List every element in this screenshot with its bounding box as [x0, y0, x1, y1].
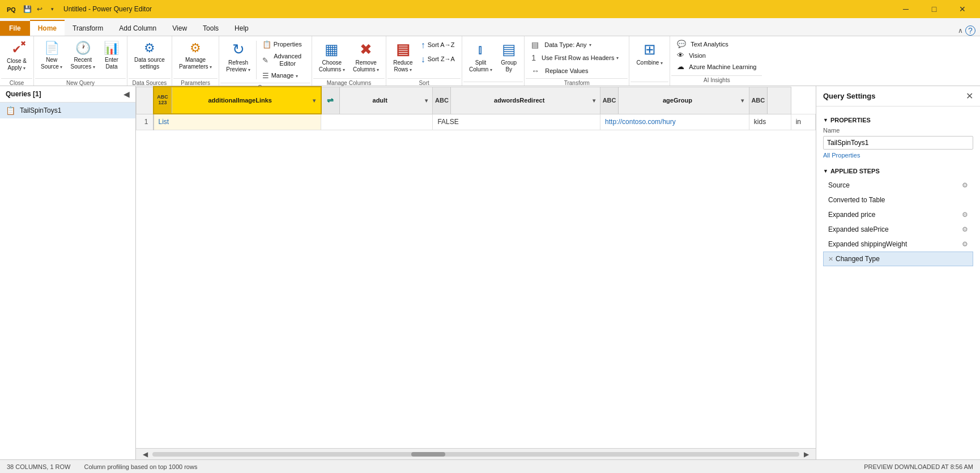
sort-asc-button[interactable]: ↑ Sort A→Z	[417, 39, 458, 52]
save-quick-btn[interactable]: 💾	[22, 3, 33, 15]
close-apply-icon: ✔ ✖	[12, 41, 22, 57]
refresh-preview-button[interactable]: ↻ RefreshPreview ▾	[223, 39, 253, 77]
col-filter-adult[interactable]: ▾	[420, 87, 432, 114]
settings-panel-close-btn[interactable]: ✕	[966, 91, 973, 101]
new-source-icon: 📄	[44, 41, 59, 56]
scroll-track[interactable]	[152, 452, 799, 457]
queries-panel: Queries [1] ◀ 📋 TailSpinToys1	[0, 86, 136, 459]
split-column-button[interactable]: ⫾ SplitColumn ▾	[466, 39, 496, 77]
ribbon-tabs: File Home Transform Add Column View Tool…	[0, 18, 980, 36]
col-header-inner-adult: ⇌ adult ▾	[322, 87, 433, 114]
step-changed-type[interactable]: ✕ Changed Type	[823, 252, 973, 266]
step-source[interactable]: Source ⚙	[823, 178, 973, 193]
group-by-label: GroupBy	[501, 59, 517, 73]
grid-container[interactable]: ABC123 additionalImageLinks ▾ ⇌ adult	[136, 86, 816, 448]
replace-values-button[interactable]: Replace Values	[542, 66, 591, 75]
sort-desc-button[interactable]: ↓ Sort Z→A	[417, 53, 458, 66]
scroll-right-btn[interactable]: ▶	[802, 450, 811, 458]
query-item-label: TailSpinToys1	[20, 106, 61, 114]
svg-text:PQ: PQ	[7, 6, 15, 13]
recent-sources-button[interactable]: 🕐 RecentSources ▾	[67, 39, 98, 77]
query-small-buttons: 📋 Properties ✎ Advanced Editor ☰ Manage …	[259, 39, 308, 82]
azure-ml-button[interactable]: ☁ Azure Machine Learning	[674, 61, 760, 72]
tab-file[interactable]: File	[0, 21, 30, 36]
col-type-icon-adwordsRedirect[interactable]: ABC	[433, 87, 451, 114]
step-changed-type-delete[interactable]: ✕	[828, 255, 833, 263]
combine-button[interactable]: ⊞ Combine ▾	[633, 39, 666, 77]
step-expanded-shipping-weight-gear[interactable]: ⚙	[962, 240, 968, 248]
choose-columns-label: ChooseColumns ▾	[319, 59, 345, 73]
ribbon-group-new-query-content: 📄 NewSource ▾ 🕐 RecentSources ▾ 📊 EnterD…	[35, 39, 126, 77]
scroll-thumb[interactable]	[411, 452, 445, 457]
step-source-gear[interactable]: ⚙	[962, 181, 968, 189]
tab-view[interactable]: View	[164, 21, 195, 36]
new-source-button[interactable]: 📄 NewSource ▾	[37, 39, 66, 77]
step-source-label: Source	[828, 181, 962, 189]
col-header-inner-adwordsRedirect: ABC adwordsRedirect ▾	[433, 87, 600, 114]
cell-more-1: in	[791, 114, 815, 130]
step-expanded-sale-price-label: Expanded salePrice	[828, 225, 962, 233]
use-first-row-button[interactable]: Use First Row as Headers ▾	[538, 53, 622, 62]
maximize-btn[interactable]: □	[921, 0, 947, 18]
enter-data-label: EnterData	[105, 57, 118, 70]
col-type-icon-adult[interactable]: ⇌	[322, 87, 340, 114]
recent-sources-icon: 🕐	[75, 41, 91, 56]
all-properties-link[interactable]: All Properties	[823, 152, 973, 159]
tab-add-column[interactable]: Add Column	[111, 21, 164, 36]
reduce-rows-button[interactable]: ▤ ReduceRows ▾	[390, 39, 416, 77]
text-analytics-button[interactable]: 💬 Text Analytics	[674, 39, 760, 49]
name-field-input[interactable]	[823, 136, 973, 150]
quick-access-toolbar: 💾 ↩ ▾	[19, 3, 60, 15]
dropdown-quick-btn[interactable]: ▾	[46, 3, 58, 15]
data-type-button[interactable]: Data Type: Any ▾	[541, 40, 594, 49]
step-converted-to-table[interactable]: Converted to Table	[823, 193, 973, 207]
queries-collapse-btn[interactable]: ◀	[123, 90, 130, 99]
tab-home[interactable]: Home	[30, 20, 65, 36]
scroll-left-btn[interactable]: ◀	[140, 450, 150, 458]
step-expanded-price[interactable]: Expanded price ⚙	[823, 207, 973, 222]
undo-quick-btn[interactable]: ↩	[34, 3, 45, 15]
manage-button[interactable]: ☰ Manage ▾	[259, 70, 308, 82]
window-title: Untitled - Power Query Editor	[63, 5, 152, 13]
close-apply-button[interactable]: ✔ ✖ Close &Apply ▾	[3, 39, 30, 77]
tab-transform[interactable]: Transform	[65, 21, 111, 36]
remove-columns-button[interactable]: ✖ RemoveColumns ▾	[350, 39, 382, 77]
col-type-icon-ageGroup[interactable]: ABC	[600, 87, 619, 114]
tab-help[interactable]: Help	[227, 21, 257, 36]
ribbon-collapse-btn[interactable]: ∧	[958, 27, 963, 35]
tab-tools[interactable]: Tools	[195, 21, 227, 36]
table-row: 1 List FALSE http://contoso.com/hury kid…	[137, 114, 816, 130]
title-bar: PQ 💾 ↩ ▾ Untitled - Power Query Editor ─…	[0, 0, 980, 18]
step-expanded-price-gear[interactable]: ⚙	[962, 211, 968, 219]
col-filter-ageGroup[interactable]: ▾	[736, 87, 749, 114]
advanced-editor-button[interactable]: ✎ Advanced Editor	[259, 51, 308, 69]
enter-data-button[interactable]: 📊 EnterData	[100, 39, 123, 77]
query-item-tailspintoys1[interactable]: 📋 TailSpinToys1	[0, 103, 135, 118]
step-expanded-shipping-weight[interactable]: Expanded shippingWeight ⚙	[823, 237, 973, 252]
split-column-label: SplitColumn ▾	[469, 59, 492, 73]
vision-button[interactable]: 👁 Vision	[674, 50, 760, 61]
ribbon-group-query: ↻ RefreshPreview ▾ 📋 Properties ✎ Advanc…	[219, 36, 312, 86]
group-by-button[interactable]: ▤ GroupBy	[497, 39, 521, 77]
ribbon-group-parameters: ⚙ ManageParameters ▾ Parameters	[172, 36, 219, 86]
col-type-icon-additionalImageLinks[interactable]: ABC123	[154, 87, 172, 113]
properties-button[interactable]: 📋 Properties	[259, 39, 308, 50]
sort-asc-label: Sort A→Z	[428, 41, 455, 49]
cell-additionalImageLinks-1[interactable]: List	[154, 114, 321, 130]
step-expanded-sale-price-gear[interactable]: ⚙	[962, 225, 968, 233]
ribbon-group-manage-columns-content: ▦ ChooseColumns ▾ ✖ RemoveColumns ▾	[313, 39, 385, 77]
data-source-settings-icon: ⚙	[144, 41, 155, 56]
main-content: Queries [1] ◀ 📋 TailSpinToys1 ABC12	[0, 86, 980, 459]
minimize-btn[interactable]: ─	[893, 0, 919, 18]
help-btn[interactable]: ?	[965, 25, 975, 36]
col-name-adult: adult	[340, 97, 420, 104]
horizontal-scrollbar: ◀ ▶	[136, 448, 816, 459]
col-filter-additionalImageLinks[interactable]: ▾	[308, 87, 321, 113]
close-btn[interactable]: ✕	[949, 0, 975, 18]
ribbon-group-split-group: ⫾ SplitColumn ▾ ▤ GroupBy	[462, 36, 525, 86]
step-expanded-sale-price[interactable]: Expanded salePrice ⚙	[823, 222, 973, 237]
data-source-settings-button[interactable]: ⚙ Data sourcesettings	[131, 39, 168, 77]
col-filter-adwordsRedirect[interactable]: ▾	[587, 87, 600, 114]
choose-columns-button[interactable]: ▦ ChooseColumns ▾	[316, 39, 348, 77]
manage-parameters-button[interactable]: ⚙ ManageParameters ▾	[176, 39, 215, 77]
